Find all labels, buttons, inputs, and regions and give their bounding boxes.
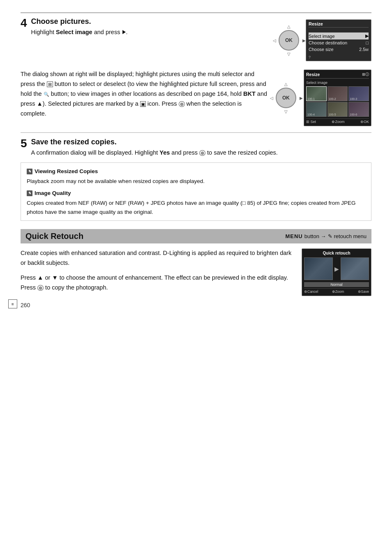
- qr-title: Quick Retouch: [25, 232, 83, 241]
- step5-content: Save the resized copies. A confirmation …: [31, 138, 371, 158]
- qr-menu-info: MENU button → ✎ retouch menu: [285, 233, 367, 239]
- select-image-label: Select image: [306, 81, 369, 85]
- grid-cell-6: 100-6: [348, 102, 369, 117]
- grid-cell-3: 100-3: [348, 86, 369, 101]
- ok-button2[interactable]: OK: [276, 88, 296, 108]
- qr-arrow-icon: ▶: [334, 266, 339, 272]
- arrow-up2-icon: △: [284, 82, 288, 86]
- step4-content: Choose pictures. Highlight Select image …: [31, 17, 270, 37]
- ok-button-wrap1: △ OK ▽ ◁ ▶: [279, 30, 299, 51]
- grid-button-icon: ⊞: [47, 81, 53, 87]
- note-viewing: ✎ Viewing Resized Copies Playback zoom m…: [27, 167, 365, 185]
- ok-circle2-icon: ⊛: [199, 150, 205, 156]
- page-icon: ≡: [8, 299, 17, 308]
- arrow-left2-icon: ◁: [270, 96, 273, 100]
- qr-image: Quick retouch ▶ Normal ⊛Cancel ⊕Zoom: [302, 248, 371, 296]
- qr-ui-title: Quick retouch: [304, 251, 369, 255]
- step5-body: A confirmation dialog will be displayed.…: [31, 148, 371, 158]
- resize-title2: Resize ⊞ⓘ: [306, 72, 369, 79]
- grid-cell-5: 100-5: [327, 102, 348, 117]
- grid-bottom-bar: ⊞ Set ⊕Zoom ⊛OK: [306, 118, 369, 124]
- step4-subtitle: Highlight Select image and press .: [31, 28, 270, 37]
- qr-body1: Create copies with enhanced saturation a…: [21, 248, 293, 268]
- note-quality-title: ✎ Image Quality: [27, 189, 365, 198]
- note-quality: ✎ Image Quality Copies created from NEF …: [27, 189, 365, 216]
- select-icon: ▣: [140, 101, 146, 107]
- step4-body-text: The dialog shown at right will be displa…: [21, 70, 267, 119]
- arrow-up-icon: △: [287, 24, 291, 29]
- qr-display: ▶: [304, 257, 369, 280]
- arrow-down-icon: ▽: [287, 52, 291, 56]
- arrow-down2-icon: ▽: [284, 109, 288, 114]
- ok-circle3-icon: ⊛: [37, 285, 44, 291]
- arrow-right-icon2: ▶: [302, 38, 306, 43]
- step4-number: 4: [21, 17, 27, 29]
- step5-number: 5: [21, 138, 27, 149]
- ui-row-choose-size: Choose size 2.5M: [309, 46, 369, 53]
- step4-body-section: The dialog shown at right will be displa…: [21, 70, 371, 126]
- ok-button-wrap2: △ OK ▽ ◁ ▶: [276, 88, 296, 108]
- resize-title1: Resize: [309, 21, 369, 28]
- camera-ui-resize1: Resize Select image ▶ Choose destination…: [306, 19, 371, 61]
- quick-retouch-section: Quick Retouch MENU button → ✎ retouch me…: [21, 229, 371, 296]
- spacer1: [309, 29, 369, 32]
- note-viewing-title: ✎ Viewing Resized Copies: [27, 167, 365, 176]
- notes-box: ✎ Viewing Resized Copies Playback zoom m…: [21, 162, 371, 221]
- step4-images: △ OK ▽ ◁ ▶ Resize Select image ▶ Choose …: [279, 17, 371, 61]
- ui-row-select-image: Select image ▶: [309, 32, 369, 39]
- note-icon1: ✎: [27, 169, 32, 174]
- step5-title: Save the resized copies.: [31, 138, 371, 146]
- grid-cell-4: 100-4: [306, 102, 327, 117]
- step4-camera-wrap1: △ OK ▽ ◁ ▶ Resize Select image ▶ Choose …: [279, 19, 371, 61]
- qr-before-image: [304, 257, 333, 280]
- qr-content: Create copies with enhanced saturation a…: [21, 248, 371, 296]
- ui-row-choose-dest: Choose destination □: [309, 39, 369, 46]
- menu-text: MENU: [285, 233, 302, 239]
- page-content: 4 Choose pictures. Highlight Select imag…: [0, 0, 392, 317]
- grid-cell-1: 100-1: [306, 86, 327, 101]
- step4-section: 4 Choose pictures. Highlight Select imag…: [21, 17, 371, 61]
- arrow-left-icon: ◁: [273, 38, 276, 43]
- arrow-right-icon: [122, 30, 126, 34]
- note-viewing-body: Playback zoom may not be available when …: [27, 177, 365, 186]
- page-number: 260: [21, 302, 30, 308]
- qr-after-image: [341, 257, 369, 280]
- arrow-right2-icon: ▶: [300, 96, 303, 100]
- magnify-icon: 🔍: [44, 92, 49, 97]
- ok-circle-icon: ⊛: [179, 101, 185, 107]
- note-icon2: ✎: [27, 190, 32, 196]
- step4-camera-wrap2: △ OK ▽ ◁ ▶ Resize ⊞ⓘ Select image 100-1: [276, 70, 371, 126]
- step5-section: 5 Save the resized copies. A confirmatio…: [21, 132, 371, 221]
- qr-text: Create copies with enhanced saturation a…: [21, 248, 293, 296]
- step5-header: 5 Save the resized copies. A confirmatio…: [21, 138, 371, 158]
- qr-normal-badge: Normal: [304, 282, 369, 287]
- qr-cancel-label: ⊛Cancel: [304, 290, 318, 294]
- help-icon: ?: [309, 55, 369, 59]
- ok-button[interactable]: OK: [279, 30, 299, 51]
- note-quality-body: Copies created from NEF (RAW) or NEF (RA…: [27, 199, 365, 216]
- grid-cell-2: 100-2: [327, 86, 348, 101]
- step4-title: Choose pictures.: [31, 17, 270, 26]
- top-border: [21, 12, 371, 13]
- qr-header: Quick Retouch MENU button → ✎ retouch me…: [21, 229, 371, 243]
- camera-ui-resize2: Resize ⊞ⓘ Select image 100-1 100-2: [304, 70, 371, 126]
- qr-zoom-label: ⊕Zoom: [332, 290, 344, 294]
- qr-bottom-bar: ⊛Cancel ⊕Zoom ⊛Save: [304, 288, 369, 294]
- quick-retouch-ui: Quick retouch ▶ Normal ⊛Cancel ⊕Zoom: [302, 248, 371, 296]
- qr-save-label: ⊛Save: [358, 290, 369, 294]
- image-grid: 100-1 100-2 100-3 100-4: [306, 86, 369, 117]
- qr-body2: Press ▲ or ▼ to choose the amount of enh…: [21, 273, 293, 293]
